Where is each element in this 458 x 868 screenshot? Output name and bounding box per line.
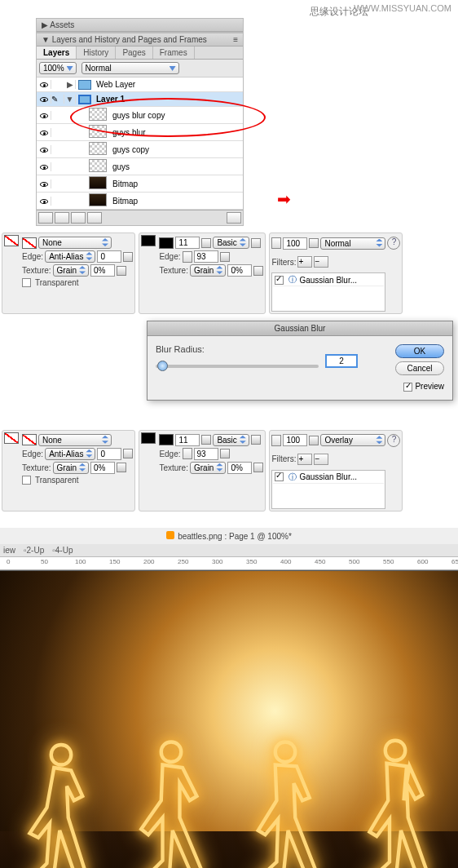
stroke-texture-dropdown[interactable]: Grain	[190, 264, 226, 277]
slider-thumb[interactable]	[157, 361, 168, 371]
visibility-icon[interactable]	[40, 113, 48, 118]
4up-tab[interactable]: ▫4-Up	[52, 546, 73, 555]
fill-swatch[interactable]	[4, 235, 19, 246]
texture-pct[interactable]: 0%	[90, 264, 115, 277]
pencil-icon[interactable]	[141, 432, 156, 444]
2up-tab[interactable]: ▫2-Up	[24, 546, 44, 555]
filter-info-icon[interactable]: ⓘ	[288, 472, 297, 483]
stroke-color-swatch[interactable]	[159, 434, 174, 445]
filter-name[interactable]: Gaussian Blur...	[299, 472, 357, 481]
assets-panel-header[interactable]: ▶ Assets	[36, 18, 244, 33]
slider-popup-icon[interactable]	[201, 435, 211, 445]
view-tab[interactable]: iew	[3, 546, 15, 555]
remove-filter-button[interactable]: −	[314, 454, 328, 465]
stroke-size[interactable]: 11	[175, 434, 200, 446]
expand-icon[interactable]: ▶	[64, 80, 76, 89]
info-icon[interactable]: ?	[387, 434, 400, 447]
edge-amount[interactable]: 0	[97, 448, 121, 460]
blend-mode-dropdown[interactable]: Overlay	[320, 434, 385, 446]
visibility-icon[interactable]	[40, 131, 48, 135]
blend-mode-dropdown[interactable]: Normal	[320, 237, 385, 250]
fill-color-swatch[interactable]	[22, 434, 37, 445]
pencil-icon[interactable]: ✎	[51, 95, 64, 104]
layer-name[interactable]: Bitmap	[110, 179, 243, 189]
stroke-size[interactable]: 11	[175, 237, 200, 249]
stroke-edge[interactable]: 93	[194, 250, 218, 263]
layer-name[interactable]: guys copy	[110, 144, 243, 155]
tab-history[interactable]: History	[77, 46, 116, 59]
filter-name[interactable]: Gaussian Blur...	[299, 276, 357, 285]
edge-dropdown[interactable]: Anti-Alias	[45, 448, 95, 460]
visibility-icon[interactable]	[40, 97, 48, 102]
cancel-button[interactable]: Cancel	[395, 361, 444, 375]
info-icon[interactable]: ?	[387, 237, 400, 250]
fill-type-dropdown[interactable]: None	[38, 434, 112, 446]
layer-name[interactable]: Bitmap	[110, 196, 243, 206]
transparent-checkbox[interactable]	[22, 278, 31, 287]
slider-popup-icon[interactable]	[117, 463, 126, 472]
tab-pages[interactable]: Pages	[116, 46, 152, 59]
add-filter-button[interactable]: +	[297, 256, 312, 268]
blur-value-input[interactable]: 2	[325, 354, 358, 368]
stepper[interactable]	[183, 448, 192, 459]
layer-name[interactable]: guys	[110, 162, 243, 172]
stroke-tip-dropdown[interactable]: Basic	[213, 434, 249, 446]
filter-info-icon[interactable]: ⓘ	[288, 274, 297, 286]
new-sublayer-button[interactable]	[55, 212, 69, 224]
new-folder-button[interactable]	[71, 212, 86, 224]
layer-name[interactable]: guys blur	[110, 127, 243, 138]
visibility-icon[interactable]	[40, 199, 48, 204]
transparent-checkbox[interactable]	[22, 476, 31, 485]
visibility-icon[interactable]	[40, 165, 48, 170]
filter-enable-checkbox[interactable]	[275, 472, 284, 481]
horizontal-ruler[interactable]: 050100150200250300350400450500550600650	[0, 557, 458, 570]
edge-amount[interactable]: 0	[97, 250, 121, 263]
ok-button[interactable]: OK	[395, 344, 444, 358]
slider-popup-icon[interactable]	[220, 252, 230, 262]
layer-web[interactable]: Web Layer	[94, 79, 243, 90]
texture-dropdown[interactable]: Grain	[53, 264, 89, 277]
tab-layers[interactable]: Layers	[37, 46, 77, 59]
preview-checkbox[interactable]	[403, 383, 412, 392]
slider-popup-icon[interactable]	[117, 266, 126, 276]
opacity-value[interactable]: 100	[283, 237, 307, 250]
slider-popup-icon[interactable]	[123, 252, 133, 262]
delete-button[interactable]	[227, 212, 241, 224]
stepper[interactable]	[271, 237, 281, 249]
slider-popup-icon[interactable]	[253, 266, 263, 276]
visibility-icon[interactable]	[40, 82, 48, 87]
remove-filter-button[interactable]: −	[314, 256, 328, 268]
canvas[interactable]	[0, 570, 458, 868]
slider-popup-icon[interactable]	[220, 449, 230, 458]
visibility-icon[interactable]	[40, 148, 48, 153]
stroke-color-swatch[interactable]	[159, 237, 174, 249]
edge-dropdown[interactable]: Anti-Alias	[45, 250, 95, 263]
slider-popup-icon[interactable]	[253, 463, 263, 472]
stroke-tip-dropdown[interactable]: Basic	[213, 237, 249, 249]
texture-dropdown[interactable]: Grain	[53, 462, 89, 474]
new-layer-button[interactable]	[38, 212, 53, 224]
visibility-icon[interactable]	[40, 182, 48, 187]
zoom-dropdown[interactable]: 100%	[39, 62, 77, 74]
stroke-texture-pct[interactable]: 0%	[227, 264, 252, 277]
blur-slider[interactable]	[156, 365, 319, 368]
slider-popup-icon[interactable]	[251, 238, 261, 248]
slider-popup-icon[interactable]	[123, 449, 133, 458]
layer-name[interactable]: guys blur copy	[110, 110, 243, 121]
blend-dropdown[interactable]: Normal	[81, 62, 179, 74]
texture-pct[interactable]: 0%	[90, 462, 115, 474]
fill-color-swatch[interactable]	[22, 237, 37, 249]
new-bitmap-button[interactable]	[87, 212, 102, 224]
opacity-value[interactable]: 100	[283, 434, 307, 446]
stroke-texture-dropdown[interactable]: Grain	[190, 462, 226, 474]
stroke-texture-pct[interactable]: 0%	[227, 462, 252, 474]
filter-enable-checkbox[interactable]	[275, 276, 284, 285]
collapse-icon[interactable]: ▼	[64, 95, 76, 104]
fill-type-dropdown[interactable]: None	[38, 237, 112, 249]
slider-popup-icon[interactable]	[251, 435, 261, 445]
stepper[interactable]	[183, 251, 192, 263]
slider-popup-icon[interactable]	[201, 238, 211, 248]
fill-swatch[interactable]	[4, 432, 19, 444]
tab-frames[interactable]: Frames	[153, 46, 195, 59]
slider-popup-icon[interactable]	[309, 436, 319, 445]
